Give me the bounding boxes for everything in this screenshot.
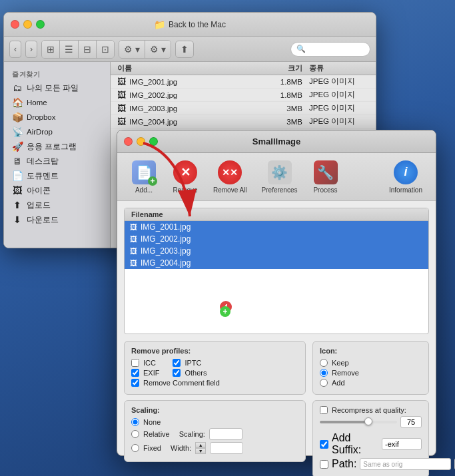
uploads-icon: ⬆ — [12, 200, 23, 210]
close-button[interactable] — [11, 20, 19, 29]
sidebar-item-label: 데스크탑 — [27, 156, 59, 166]
downloads-icon: ⬇ — [12, 214, 23, 225]
add-icon-shape: 📄 — [132, 160, 156, 184]
remove-comment-row: Remove Comment field — [131, 379, 298, 387]
width-stepper[interactable]: ▲ ▼ — [195, 442, 206, 454]
width-input[interactable] — [210, 442, 243, 454]
iptc-checkbox[interactable] — [173, 359, 181, 367]
remove-icon-shape: ✕ — [173, 160, 197, 184]
si-close-button[interactable] — [124, 137, 133, 146]
remove-all-button[interactable]: ✕✕ Remove All — [207, 157, 254, 197]
others-checkbox[interactable] — [173, 369, 181, 377]
action-button[interactable]: ⚙ ▾ — [145, 41, 171, 58]
sidebar-item-uploads[interactable]: ⬆ 업로드 — [4, 198, 110, 212]
file-small-icon: 🖼 — [130, 259, 137, 267]
si-maximize-button[interactable] — [149, 137, 158, 146]
finder-titlebar: 📁 Back to the Mac — [4, 13, 376, 37]
information-button[interactable]: i Information — [382, 157, 429, 197]
quality-slider-thumb[interactable] — [364, 417, 372, 425]
file-type: JPEG 이미지 — [302, 103, 369, 113]
maximize-button[interactable] — [36, 20, 45, 29]
scaling-input[interactable] — [209, 428, 242, 440]
preferences-label: Preferences — [262, 186, 298, 194]
remove-all-icon: ✕✕ — [218, 160, 242, 184]
finder-sidebar: 즐겨찾기 🗂 나의 모든 파일 🏠 Home 📦 Dropbox 📡 AirDr… — [4, 62, 111, 248]
none-radio[interactable] — [131, 418, 139, 426]
sidebar-item-desktop[interactable]: 🖥 데스크탑 — [4, 154, 110, 168]
si-toolbar: 📄 Add... ✕ Remove ✕✕ Remove All ⚙️ Prefe… — [117, 153, 436, 201]
table-row[interactable]: 🖼 IMG_2003.jpg 3MB JPEG 이미지 — [111, 102, 376, 115]
sidebar-item-all-files[interactable]: 🗂 나의 모든 파일 — [4, 81, 110, 95]
suffix-input[interactable]: -exif — [382, 438, 422, 450]
keep-radio[interactable] — [320, 359, 328, 367]
column-view-button[interactable]: ⊟ — [79, 41, 97, 58]
list-item[interactable]: 🖼 IMG_2002.jpg — [125, 233, 428, 245]
file-size: 1.8MB — [256, 91, 302, 99]
stepper-down[interactable]: ▼ — [195, 448, 206, 454]
back-button[interactable]: ‹ — [9, 41, 21, 58]
forward-button[interactable]: › — [25, 41, 37, 58]
si-traffic-lights[interactable] — [124, 137, 158, 146]
process-label: Process — [313, 186, 337, 194]
others-option-row: Others — [173, 369, 207, 377]
sidebar-item-home[interactable]: 🏠 Home — [4, 95, 110, 110]
fixed-radio[interactable] — [131, 444, 139, 452]
exif-checkbox[interactable] — [131, 369, 139, 377]
path-checkbox[interactable] — [320, 460, 328, 469]
icc-checkbox[interactable] — [131, 359, 139, 367]
remove-button[interactable]: ✕ Remove — [165, 157, 205, 197]
coverflow-view-button[interactable]: ⊡ — [97, 41, 114, 58]
quality-slider-track[interactable] — [320, 421, 397, 423]
remove-icon-option-row: Remove — [320, 369, 422, 377]
sidebar-item-applications[interactable]: 🚀 응용 프로그램 — [4, 139, 110, 154]
share-button[interactable]: ⬆ — [175, 41, 194, 58]
si-window-title: SmallImage — [252, 136, 300, 146]
remove-icon: ✕ — [173, 160, 197, 184]
all-files-icon: 🗂 — [12, 83, 23, 93]
remove-icon-radio[interactable] — [320, 369, 328, 377]
file-icon: 🖼 — [117, 77, 126, 87]
folder-icon: 📁 — [154, 19, 165, 30]
sidebar-item-documents[interactable]: 📄 도큐멘트 — [4, 168, 110, 183]
traffic-lights[interactable] — [11, 20, 45, 29]
minimize-button[interactable] — [23, 20, 32, 29]
list-item[interactable]: 🖼 IMG_2003.jpg — [125, 245, 428, 257]
quality-input[interactable]: 75 — [400, 416, 422, 428]
process-button[interactable]: 🔧 Process — [306, 157, 346, 197]
action-group: ⚙ ▾ ⚙ ▾ — [119, 40, 171, 59]
stepper-up[interactable]: ▲ — [195, 442, 206, 448]
file-name: IMG_2004.jpg — [129, 118, 256, 126]
list-item[interactable]: 🖼 IMG_2004.jpg — [125, 257, 428, 269]
table-row[interactable]: 🖼 IMG_2002.jpg 1.8MB JPEG 이미지 — [111, 89, 376, 102]
information-label: Information — [389, 186, 422, 194]
file-size: 3MB — [256, 105, 302, 113]
add-icon-radio[interactable] — [320, 379, 328, 387]
preferences-button[interactable]: ⚙️ Preferences — [255, 157, 304, 197]
recompress-checkbox[interactable] — [320, 406, 328, 414]
sidebar-item-label: 업로드 — [27, 200, 51, 210]
arrange-button[interactable]: ⚙ ▾ — [119, 41, 145, 58]
icon-view-button[interactable]: ⊞ — [42, 41, 60, 58]
relative-radio[interactable] — [131, 430, 139, 438]
path-input[interactable] — [360, 458, 451, 470]
remove-comment-checkbox[interactable] — [131, 379, 139, 387]
si-titlebar: SmallImage — [117, 130, 436, 153]
si-minimize-button[interactable] — [137, 137, 145, 146]
list-item[interactable]: 🖼 IMG_2001.jpg — [125, 221, 428, 233]
fixed-option-row: Fixed Width: ▲ ▼ — [131, 442, 298, 454]
sidebar-item-dropbox[interactable]: 📦 Dropbox — [4, 110, 110, 124]
sidebar-item-downloads[interactable]: ⬇ 다운로드 — [4, 212, 110, 227]
si-options-right: Icon: Keep Remove Add Recompres — [312, 341, 429, 476]
add-button[interactable]: 📄 Add... — [124, 157, 164, 197]
add-suffix-checkbox[interactable] — [320, 440, 328, 449]
finder-toolbar: ‹ › ⊞ ☰ ⊟ ⊡ ⚙ ▾ ⚙ ▾ ⬆ 🔍 — [4, 37, 376, 62]
table-row[interactable]: 🖼 IMG_2004.jpg 3MB JPEG 이미지 — [111, 115, 376, 128]
list-view-button[interactable]: ☰ — [60, 41, 79, 58]
table-row[interactable]: 🖼 IMG_2001.jpg 1.8MB JPEG 이미지 — [111, 75, 376, 89]
sidebar-item-icons[interactable]: 🖼 아이콘 — [4, 183, 110, 198]
preferences-icon-shape: ⚙️ — [268, 160, 292, 184]
search-box[interactable]: 🔍 — [290, 42, 370, 57]
desktop-icon: 🖥 — [12, 156, 23, 166]
sidebar-item-airdrop[interactable]: 📡 AirDrop — [4, 124, 110, 139]
si-filelist-container[interactable]: Filename 🖼 IMG_2001.jpg 🖼 IMG_2002.jpg 🖼… — [124, 208, 429, 334]
